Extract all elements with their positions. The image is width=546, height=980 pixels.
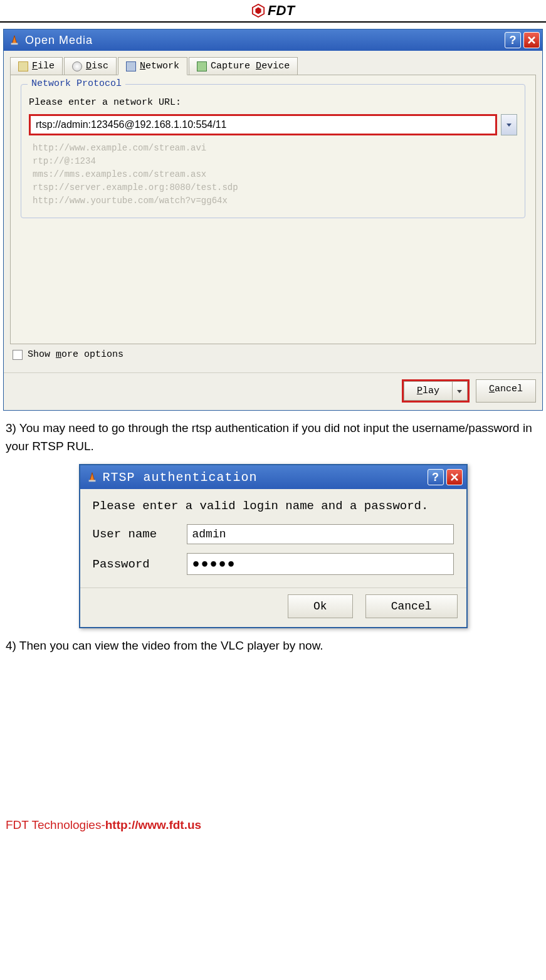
auth-prompt: Please enter a valid login name and a pa… bbox=[93, 499, 454, 513]
network-icon bbox=[126, 61, 136, 71]
cancel-button[interactable]: Cancel bbox=[476, 379, 536, 403]
network-protocol-group: Network Protocol Please enter a network … bbox=[21, 84, 525, 218]
password-label: Password bbox=[93, 557, 187, 571]
open-media-titlebar: Open Media ? bbox=[4, 29, 542, 51]
ok-button[interactable]: Ok bbox=[288, 594, 353, 618]
show-more-row: Show more options bbox=[10, 344, 536, 367]
play-dropdown[interactable] bbox=[453, 381, 468, 401]
fdt-logo-icon bbox=[251, 4, 265, 18]
svg-rect-7 bbox=[88, 480, 95, 482]
close-icon bbox=[527, 36, 536, 45]
chevron-down-icon bbox=[456, 388, 463, 394]
footer-company: FDT Technologies- bbox=[6, 818, 105, 831]
cancel-rest: ancel bbox=[495, 384, 523, 394]
show-more-label: Show more options bbox=[28, 349, 123, 360]
url-examples: http://www.example.com/stream.avi rtp://… bbox=[29, 142, 517, 208]
url-dropdown-arrow[interactable] bbox=[501, 114, 517, 135]
example-line: mms://mms.examples.com/stream.asx bbox=[33, 168, 517, 181]
page-header: FDT bbox=[0, 0, 546, 23]
example-line: rtsp://server.example.org:8080/test.sdp bbox=[33, 181, 517, 194]
close-button[interactable] bbox=[446, 469, 463, 485]
open-media-title: Open Media bbox=[25, 34, 502, 47]
tab-file[interactable]: File bbox=[10, 57, 63, 75]
show-more-checkbox[interactable] bbox=[13, 350, 23, 360]
svg-marker-5 bbox=[457, 390, 462, 393]
step-3-text: 3) You may need to go through the rtsp a… bbox=[6, 419, 540, 455]
tab-network[interactable]: Network bbox=[118, 57, 187, 75]
footer-url: http://www.fdt.us bbox=[105, 818, 201, 831]
tab-disc-rest: isc bbox=[92, 61, 108, 71]
play-button[interactable]: Play bbox=[404, 381, 453, 401]
open-media-window: Open Media ? File Disc Network bbox=[3, 29, 543, 411]
auth-title: RTSP authentication bbox=[103, 470, 425, 485]
username-label: User name bbox=[93, 527, 187, 541]
example-line: http://www.example.com/stream.avi bbox=[33, 142, 517, 155]
close-icon bbox=[450, 473, 459, 482]
example-line: rtp://@:1234 bbox=[33, 155, 517, 168]
tab-network-rest: etwork bbox=[145, 61, 179, 71]
network-tab-pane: Network Protocol Please enter a network … bbox=[10, 75, 536, 344]
tab-disc[interactable]: Disc bbox=[64, 57, 117, 75]
svg-rect-3 bbox=[11, 43, 18, 45]
auth-button-bar: Ok Cancel bbox=[80, 587, 466, 627]
help-button[interactable]: ? bbox=[428, 469, 444, 485]
network-url-input[interactable] bbox=[29, 114, 497, 135]
url-prompt: Please enter a network URL: bbox=[29, 97, 517, 108]
folder-icon bbox=[18, 61, 28, 71]
username-input[interactable] bbox=[187, 524, 454, 544]
rtsp-auth-window: RTSP authentication ? Please enter a val… bbox=[79, 464, 468, 628]
svg-marker-4 bbox=[507, 124, 512, 127]
chevron-down-icon bbox=[506, 122, 512, 128]
tab-capture-label: Capture Device bbox=[211, 61, 290, 71]
play-button-group: Play bbox=[402, 379, 470, 403]
password-input[interactable]: ●●●●● bbox=[187, 553, 454, 575]
page-footer: FDT Technologies-http://www.fdt.us bbox=[3, 818, 543, 842]
vlc-icon bbox=[87, 472, 98, 483]
play-rest: lay bbox=[423, 386, 439, 396]
step-4-text: 4) Then you can view the video from the … bbox=[6, 637, 540, 655]
cancel-button[interactable]: Cancel bbox=[365, 594, 458, 618]
capture-icon bbox=[197, 61, 207, 71]
help-button[interactable]: ? bbox=[505, 32, 521, 48]
auth-titlebar: RTSP authentication ? bbox=[80, 465, 466, 489]
svg-marker-2 bbox=[12, 36, 16, 44]
auth-cancel-rest: ancel bbox=[397, 600, 431, 613]
brand-text: FDT bbox=[268, 3, 295, 19]
disc-icon bbox=[72, 61, 82, 71]
vlc-icon bbox=[9, 34, 20, 46]
close-button[interactable] bbox=[523, 32, 540, 48]
group-title: Network Protocol bbox=[28, 78, 125, 89]
brand-logo: FDT bbox=[251, 3, 295, 19]
svg-marker-1 bbox=[256, 8, 261, 14]
dialog-button-bar: Play Cancel bbox=[4, 372, 542, 410]
media-tabs: File Disc Network Capture Device bbox=[10, 57, 536, 75]
ok-rest: k bbox=[320, 600, 327, 613]
tab-file-rest: ile bbox=[38, 61, 55, 71]
svg-marker-6 bbox=[90, 473, 94, 481]
tab-capture[interactable]: Capture Device bbox=[189, 57, 298, 75]
example-line: http://www.yourtube.com/watch?v=gg64x bbox=[33, 194, 517, 208]
